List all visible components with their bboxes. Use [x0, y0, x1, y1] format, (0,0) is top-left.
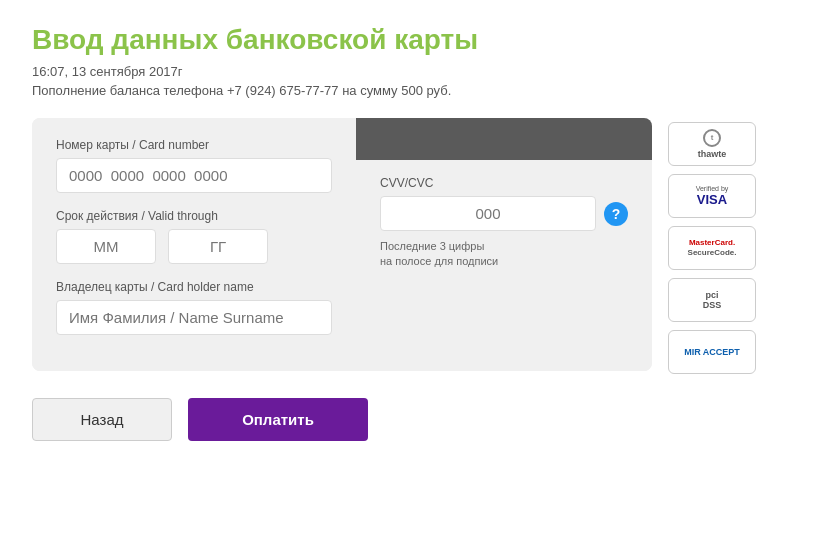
- expiry-group: Срок действия / Valid through: [56, 209, 332, 264]
- holder-group: Владелец карты / Card holder name: [56, 280, 332, 335]
- back-button[interactable]: Назад: [32, 398, 172, 441]
- main-area: Номер карты / Card number Срок действия …: [32, 118, 792, 374]
- card-number-input[interactable]: [56, 158, 332, 193]
- cvv-input[interactable]: [380, 196, 596, 231]
- verified-by-label: Verified by: [696, 185, 729, 192]
- card-number-label: Номер карты / Card number: [56, 138, 332, 152]
- pci-badge: pci DSS: [668, 278, 756, 322]
- thawte-badge: t thawte: [668, 122, 756, 166]
- thawte-label: thawte: [698, 149, 727, 160]
- page-title: Ввод данных банковской карты: [32, 24, 792, 56]
- cvv-help-button[interactable]: ?: [604, 202, 628, 226]
- visa-label: VISA: [697, 192, 727, 207]
- holder-input[interactable]: [56, 300, 332, 335]
- card-back: CVV/CVC ? Последние 3 цифрына полосе для…: [356, 118, 652, 371]
- bottom-buttons: Назад Оплатить: [32, 398, 792, 441]
- cvv-row: ?: [380, 196, 628, 231]
- dss-label: DSS: [703, 300, 722, 310]
- cvv-hint: Последние 3 цифрына полосе для подписи: [380, 239, 628, 270]
- mastercard-bottom: SecureCode.: [688, 248, 737, 258]
- pci-label: pci: [705, 290, 718, 300]
- card-number-group: Номер карты / Card number: [56, 138, 332, 193]
- expiry-yy-input[interactable]: [168, 229, 268, 264]
- mastercard-badge: MasterCard. SecureCode.: [668, 226, 756, 270]
- card-stripe: [356, 118, 652, 160]
- mastercard-top: MasterCard.: [688, 238, 737, 248]
- verified-visa-badge: Verified by VISA: [668, 174, 756, 218]
- pay-button[interactable]: Оплатить: [188, 398, 368, 441]
- datetime: 16:07, 13 сентября 2017г: [32, 64, 792, 79]
- card-front: Номер карты / Card number Срок действия …: [32, 118, 356, 371]
- card-form-wrapper: Номер карты / Card number Срок действия …: [32, 118, 652, 371]
- holder-label: Владелец карты / Card holder name: [56, 280, 332, 294]
- mir-badge: MIR ACCEPT: [668, 330, 756, 374]
- thawte-icon: t: [703, 129, 721, 147]
- cvv-label: CVV/CVC: [380, 176, 628, 190]
- mastercard-label: MasterCard. SecureCode.: [688, 238, 737, 259]
- mir-label: MIR ACCEPT: [684, 347, 740, 357]
- badges-column: t thawte Verified by VISA MasterCard. Se…: [668, 118, 756, 374]
- expiry-row: [56, 229, 332, 264]
- description: Пополнение баланса телефона +7 (924) 675…: [32, 83, 792, 98]
- expiry-label: Срок действия / Valid through: [56, 209, 332, 223]
- expiry-mm-input[interactable]: [56, 229, 156, 264]
